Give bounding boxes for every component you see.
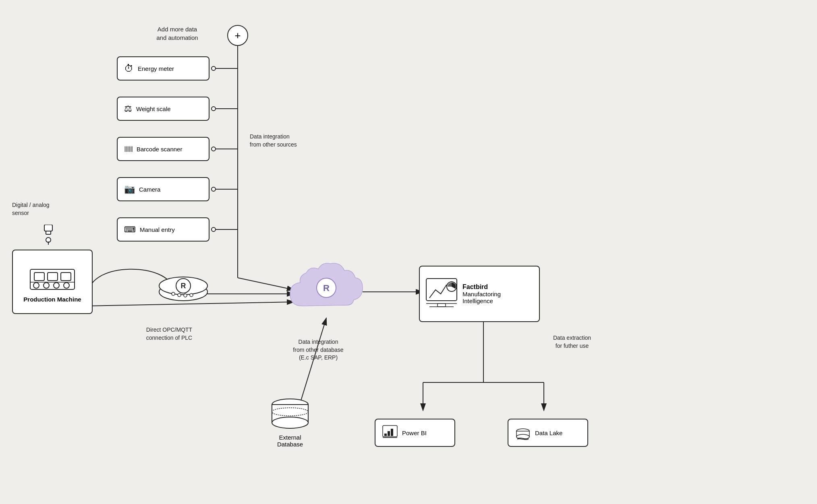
data-lake-label: Data Lake	[535, 430, 562, 436]
manual-entry-icon: ⌨	[124, 225, 136, 234]
svg-point-46	[272, 417, 308, 428]
svg-point-29	[33, 283, 39, 288]
svg-point-30	[44, 283, 49, 288]
digital-analog-label: Digital / analog sensor	[12, 201, 64, 217]
svg-point-39	[178, 293, 181, 297]
data-extraction-label: Data extraction for futher use	[532, 334, 612, 350]
external-database-node: External Database	[266, 395, 314, 448]
energy-meter-node: ⏱ Energy meter	[117, 56, 209, 81]
svg-point-9	[212, 187, 216, 191]
factbird-analytics-icon	[425, 278, 458, 310]
svg-point-11	[212, 227, 216, 231]
camera-icon: 📷	[124, 184, 135, 194]
data-lake-node: Data Lake	[508, 419, 588, 447]
architecture-diagram: + Add more data and automation ⏱ Energy …	[0, 0, 817, 504]
weight-scale-label: Weight scale	[136, 105, 171, 112]
svg-point-41	[190, 293, 193, 297]
external-database-label: External Database	[266, 434, 314, 448]
manual-entry-label: Manual entry	[140, 226, 175, 233]
plus-icon: +	[234, 29, 241, 42]
svg-text:R: R	[181, 282, 186, 290]
svg-rect-54	[384, 434, 387, 436]
add-more-button[interactable]: +	[227, 25, 248, 46]
barcode-scanner-node: ⦀⦀⦀ Barcode scanner	[117, 137, 209, 161]
data-lake-icon	[515, 425, 531, 441]
svg-point-31	[54, 283, 59, 288]
svg-rect-56	[391, 429, 393, 436]
production-machine-label: Production Machine	[23, 296, 81, 303]
svg-point-40	[184, 294, 187, 297]
svg-rect-22	[46, 231, 51, 234]
svg-line-1	[238, 278, 294, 290]
power-bi-node: Power BI	[375, 419, 455, 447]
barcode-scanner-icon: ⦀⦀⦀	[124, 145, 133, 154]
machine-icon	[28, 261, 77, 293]
factbird-node: Factbird Manufactoring Intelligence	[419, 266, 540, 322]
svg-rect-26	[34, 273, 44, 281]
svg-point-32	[64, 283, 69, 288]
plc-device: R	[157, 266, 209, 304]
power-bi-label: Power BI	[402, 430, 427, 436]
svg-rect-28	[61, 273, 71, 281]
energy-meter-label: Energy meter	[138, 65, 174, 72]
svg-rect-27	[48, 273, 58, 281]
data-integration-db-label: Data integration from other database (E.…	[274, 338, 363, 362]
direct-opc-label: Direct OPC/MQTT connection of PLC	[125, 326, 214, 342]
svg-point-3	[212, 66, 216, 70]
power-bi-icon	[382, 425, 398, 441]
camera-label: Camera	[139, 186, 160, 193]
svg-rect-51	[438, 304, 446, 307]
add-more-label: Add more data and automation	[141, 25, 214, 42]
svg-text:R: R	[323, 283, 330, 293]
factbird-text: Factbird Manufactoring Intelligence	[462, 283, 501, 304]
svg-rect-21	[44, 225, 52, 231]
svg-rect-55	[388, 431, 390, 436]
svg-point-7	[212, 147, 216, 151]
sensor-icon	[40, 225, 56, 246]
weight-scale-node: ⚖ Weight scale	[117, 97, 209, 121]
svg-point-5	[212, 107, 216, 111]
production-machine-node: Production Machine	[12, 250, 93, 314]
camera-node: 📷 Camera	[117, 177, 209, 201]
data-integration-sources-label: Data integration from other sources	[250, 133, 330, 149]
weight-scale-icon: ⚖	[124, 103, 132, 114]
svg-point-38	[172, 292, 175, 295]
barcode-scanner-label: Barcode scanner	[137, 146, 182, 153]
energy-meter-icon: ⏱	[124, 63, 134, 74]
cloud-node: R	[286, 258, 367, 320]
manual-entry-node: ⌨ Manual entry	[117, 217, 209, 242]
